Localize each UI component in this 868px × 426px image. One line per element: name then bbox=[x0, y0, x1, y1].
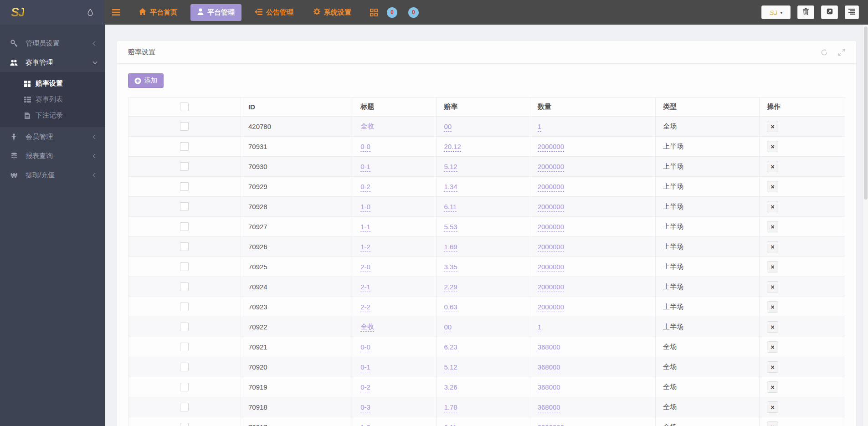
hamburger-menu-icon[interactable] bbox=[112, 9, 120, 15]
row-delete-button[interactable]: × bbox=[767, 381, 778, 393]
scrollbar[interactable] bbox=[863, 25, 868, 426]
row-odds-link[interactable]: 5.12 bbox=[444, 363, 457, 372]
row-checkbox[interactable] bbox=[180, 262, 189, 271]
row-delete-button[interactable]: × bbox=[767, 221, 778, 232]
row-delete-button[interactable]: × bbox=[767, 181, 778, 192]
row-delete-button[interactable]: × bbox=[767, 341, 778, 353]
row-title-link[interactable]: 2-0 bbox=[360, 263, 370, 272]
row-checkbox[interactable] bbox=[180, 162, 189, 171]
sidebar-item-match-manage[interactable]: 赛事管理 bbox=[0, 53, 105, 72]
row-checkbox[interactable] bbox=[180, 323, 189, 331]
fullscreen-icon[interactable] bbox=[838, 49, 845, 56]
row-delete-button[interactable]: × bbox=[767, 121, 778, 132]
row-odds-link[interactable]: 1.69 bbox=[444, 243, 457, 252]
row-odds-link[interactable]: 1.34 bbox=[444, 183, 457, 192]
add-button[interactable]: 添加 bbox=[128, 73, 164, 88]
row-qty-link[interactable]: 2000000 bbox=[538, 243, 564, 252]
row-title-link[interactable]: 0-2 bbox=[360, 383, 370, 392]
row-checkbox[interactable] bbox=[180, 303, 189, 311]
row-qty-link[interactable]: 2000000 bbox=[538, 203, 564, 212]
message-badge[interactable]: 0 bbox=[408, 7, 419, 18]
row-title-link[interactable]: 全收 bbox=[360, 122, 374, 131]
row-odds-link[interactable]: 6.23 bbox=[444, 343, 457, 352]
row-qty-link[interactable]: 2000000 bbox=[538, 263, 564, 272]
row-qty-link[interactable]: 2000000 bbox=[538, 183, 564, 192]
row-odds-link[interactable]: 6.11 bbox=[444, 423, 457, 426]
sidebar-item-member-manage[interactable]: 会员管理 bbox=[0, 127, 105, 146]
row-delete-button[interactable]: × bbox=[767, 321, 778, 333]
row-delete-button[interactable]: × bbox=[767, 281, 778, 293]
row-checkbox[interactable] bbox=[180, 182, 189, 191]
row-qty-link[interactable]: 368000 bbox=[538, 383, 560, 392]
row-checkbox[interactable] bbox=[180, 202, 189, 211]
sidebar-item-withdraw-deposit[interactable]: ₩ 提现/充值 bbox=[0, 165, 105, 185]
row-qty-link[interactable]: 2000000 bbox=[538, 423, 564, 426]
sidebar-subitem-match-list[interactable]: 赛事列表 bbox=[0, 92, 105, 108]
row-checkbox[interactable] bbox=[180, 363, 189, 371]
row-odds-link[interactable]: 5.53 bbox=[444, 223, 457, 232]
row-title-link[interactable]: 0-1 bbox=[360, 163, 370, 172]
row-delete-button[interactable]: × bbox=[767, 201, 778, 212]
row-odds-link[interactable]: 00 bbox=[444, 323, 452, 332]
row-checkbox[interactable] bbox=[180, 423, 189, 426]
row-title-link[interactable]: 2-2 bbox=[360, 303, 370, 312]
row-delete-button[interactable]: × bbox=[767, 301, 778, 313]
row-delete-button[interactable]: × bbox=[767, 401, 778, 413]
row-qty-link[interactable]: 368000 bbox=[538, 363, 560, 372]
row-title-link[interactable]: 0-1 bbox=[360, 363, 370, 372]
sidebar-subitem-bet-records[interactable]: 下注记录 bbox=[0, 108, 105, 123]
row-odds-link[interactable]: 3.26 bbox=[444, 383, 457, 392]
nav-item-platform-manage[interactable]: 平台管理 bbox=[190, 4, 241, 21]
row-title-link[interactable]: 1-0 bbox=[360, 203, 370, 212]
row-checkbox[interactable] bbox=[180, 403, 189, 411]
nav-item-system-settings[interactable]: 系统设置 bbox=[307, 4, 358, 21]
row-qty-link[interactable]: 1 bbox=[538, 123, 541, 132]
select-all-checkbox[interactable] bbox=[180, 103, 189, 111]
row-qty-link[interactable]: 1 bbox=[538, 323, 541, 332]
row-odds-link[interactable]: 5.12 bbox=[444, 163, 457, 172]
row-odds-link[interactable]: 0.63 bbox=[444, 303, 457, 312]
row-checkbox[interactable] bbox=[180, 343, 189, 351]
nav-item-platform-home[interactable]: 平台首页 bbox=[132, 4, 184, 21]
row-title-link[interactable]: 0-0 bbox=[360, 143, 370, 152]
grid-apps-icon[interactable] bbox=[370, 9, 378, 16]
row-qty-link[interactable]: 368000 bbox=[538, 403, 560, 412]
row-checkbox[interactable] bbox=[180, 142, 189, 151]
row-odds-link[interactable]: 1.78 bbox=[444, 403, 457, 412]
trash-button[interactable] bbox=[797, 5, 814, 19]
row-checkbox[interactable] bbox=[180, 383, 189, 391]
row-title-link[interactable]: 全收 bbox=[360, 323, 374, 332]
row-odds-link[interactable]: 00 bbox=[444, 123, 452, 132]
row-qty-link[interactable]: 2000000 bbox=[538, 283, 564, 292]
row-delete-button[interactable]: × bbox=[767, 161, 778, 172]
row-title-link[interactable]: 0-3 bbox=[360, 403, 370, 412]
row-checkbox[interactable] bbox=[180, 242, 189, 251]
row-qty-link[interactable]: 2000000 bbox=[538, 223, 564, 232]
refresh-icon[interactable] bbox=[821, 49, 828, 56]
sidebar-item-report-query[interactable]: 报表查询 bbox=[0, 146, 105, 165]
row-checkbox[interactable] bbox=[180, 282, 189, 291]
row-odds-link[interactable]: 6.11 bbox=[444, 203, 457, 212]
row-title-link[interactable]: 0-2 bbox=[360, 183, 370, 192]
row-delete-button[interactable]: × bbox=[767, 261, 778, 272]
row-delete-button[interactable]: × bbox=[767, 141, 778, 152]
nav-item-announcement-manage[interactable]: 公告管理 bbox=[248, 4, 300, 21]
row-checkbox[interactable] bbox=[180, 122, 189, 131]
row-qty-link[interactable]: 2000000 bbox=[538, 143, 564, 152]
row-odds-link[interactable]: 3.35 bbox=[444, 263, 457, 272]
task-list-button[interactable] bbox=[845, 5, 859, 19]
sidebar-item-admin-settings[interactable]: 管理员设置 bbox=[0, 34, 105, 53]
row-title-link[interactable]: 0-0 bbox=[360, 343, 370, 352]
scrollbar-thumb[interactable] bbox=[864, 26, 868, 200]
row-title-link[interactable]: 2-1 bbox=[360, 283, 370, 292]
row-qty-link[interactable]: 2000000 bbox=[538, 163, 564, 172]
row-delete-button[interactable]: × bbox=[767, 241, 778, 252]
row-checkbox[interactable] bbox=[180, 222, 189, 231]
user-dropdown-button[interactable]: SJ ▾ bbox=[761, 5, 791, 19]
row-qty-link[interactable]: 2000000 bbox=[538, 303, 564, 312]
notification-badge[interactable]: 0 bbox=[387, 7, 397, 18]
row-title-link[interactable]: 1-2 bbox=[360, 243, 370, 252]
external-link-button[interactable] bbox=[821, 5, 838, 19]
row-qty-link[interactable]: 368000 bbox=[538, 343, 560, 352]
row-odds-link[interactable]: 20.12 bbox=[444, 143, 461, 152]
